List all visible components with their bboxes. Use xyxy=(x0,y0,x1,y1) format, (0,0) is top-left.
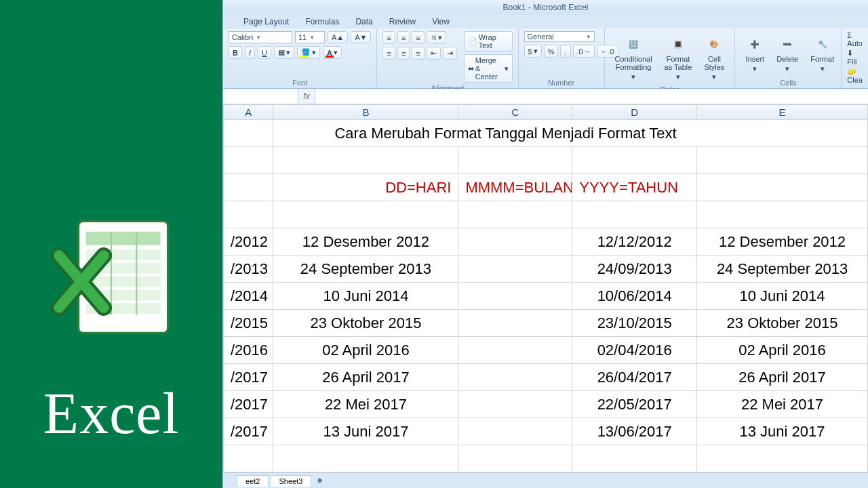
col-header-A[interactable]: A xyxy=(224,105,273,120)
cell[interactable]: 24 September 2013 xyxy=(697,256,868,283)
merge-center-button[interactable]: ⬌ Merge & Center ▾ xyxy=(464,54,513,83)
cell[interactable]: 02 April 2016 xyxy=(273,337,458,364)
currency-icon[interactable]: $▾ xyxy=(524,45,542,58)
cell[interactable] xyxy=(458,283,572,310)
align-center-icon[interactable]: ≡ xyxy=(397,47,410,60)
cell[interactable] xyxy=(458,337,572,364)
delete-button[interactable]: ➖Delete▾ xyxy=(772,31,803,76)
align-bottom-icon[interactable]: ≡ xyxy=(412,31,424,44)
cell[interactable]: 22 Mei 2017 xyxy=(697,391,868,418)
align-right-icon[interactable]: ≡ xyxy=(412,47,424,60)
align-middle-icon[interactable]: ≡ xyxy=(397,31,410,44)
decrease-font-icon[interactable]: A▼ xyxy=(351,31,371,43)
tab-review[interactable]: Review xyxy=(389,17,416,26)
font-color-button[interactable]: A▾ xyxy=(323,46,342,59)
increase-font-icon[interactable]: A▲ xyxy=(328,31,348,43)
table-title[interactable]: Cara Merubah Format Tanggal Menjadi Form… xyxy=(273,120,868,147)
percent-icon[interactable]: % xyxy=(544,45,559,58)
cell[interactable]: 13 Juni 2017 xyxy=(273,418,458,445)
number-format-select[interactable]: General▼ xyxy=(524,31,595,42)
cell[interactable]: 10/06/2014 xyxy=(572,283,697,310)
cell-styles-button[interactable]: 🎨 Cell Styles▾ xyxy=(699,31,729,84)
cell[interactable]: 26/04/2017 xyxy=(572,364,697,391)
cell[interactable]: 26 April 2017 xyxy=(697,364,868,391)
cell[interactable]: 12 Desember 2012 xyxy=(697,228,868,256)
cell[interactable] xyxy=(458,256,572,283)
cell[interactable]: 12 Desember 2012 xyxy=(273,228,458,256)
cell[interactable] xyxy=(458,310,572,337)
cell[interactable]: 23 Oktober 2015 xyxy=(273,310,458,337)
cell[interactable]: /2017 xyxy=(224,364,273,391)
decrease-indent-icon[interactable]: ⇤ xyxy=(427,47,441,60)
formula-input[interactable] xyxy=(315,89,868,104)
border-button[interactable]: ▦▾ xyxy=(274,46,294,59)
cell[interactable]: 23/10/2015 xyxy=(572,310,697,337)
cell[interactable]: 22 Mei 2017 xyxy=(273,391,458,418)
orientation-icon[interactable]: ⤭▾ xyxy=(427,31,446,44)
col-header-E[interactable]: E xyxy=(697,105,868,120)
cell[interactable]: /2014 xyxy=(224,283,273,310)
clear-button[interactable]: 🧽 Clea xyxy=(847,67,863,84)
fill-button[interactable]: ⬇ Fill xyxy=(847,49,863,66)
legend-dd[interactable]: DD=HARI xyxy=(273,174,458,201)
cell[interactable]: 26 April 2017 xyxy=(273,364,458,391)
underline-button[interactable]: U xyxy=(258,46,271,59)
increase-decimal-icon[interactable]: .0→ xyxy=(573,45,595,58)
legend-mmmm[interactable]: MMMM=BULAN xyxy=(458,174,572,201)
cell[interactable]: 23 Oktober 2015 xyxy=(697,310,868,337)
align-left-icon[interactable]: ≡ xyxy=(382,47,395,60)
cell[interactable] xyxy=(458,364,572,391)
cell[interactable]: /2017 xyxy=(224,418,273,445)
tab-page-layout[interactable]: Page Layout xyxy=(243,17,289,26)
cell[interactable]: 13 Juni 2017 xyxy=(697,418,868,445)
format-icon: 🔧 xyxy=(813,35,832,54)
cell[interactable]: 13/06/2017 xyxy=(572,418,697,445)
wrap-text-button[interactable]: 📄 Wrap Text xyxy=(464,31,513,52)
cell[interactable]: 12/12/2012 xyxy=(572,228,697,256)
italic-button[interactable]: I xyxy=(245,46,255,59)
tab-view[interactable]: View xyxy=(432,17,450,26)
cell[interactable]: 02 April 2016 xyxy=(697,337,868,364)
align-top-icon[interactable]: ≡ xyxy=(382,31,395,44)
cell[interactable]: 10 Juni 2014 xyxy=(273,283,458,310)
cell[interactable]: /2017 xyxy=(224,391,273,418)
cell[interactable]: 02/04/2016 xyxy=(572,337,697,364)
cell[interactable]: /2016 xyxy=(224,337,273,364)
cell[interactable]: 22/05/2017 xyxy=(572,391,697,418)
cell[interactable]: 10 Juni 2014 xyxy=(697,283,868,310)
comma-icon[interactable]: , xyxy=(560,45,570,58)
col-header-D[interactable]: D xyxy=(572,105,697,120)
new-sheet-icon[interactable]: ✸ xyxy=(317,476,323,485)
cell[interactable] xyxy=(458,418,572,445)
font-size-select[interactable]: 11▼ xyxy=(295,31,325,43)
format-as-table-button[interactable]: 🔳 Format as Table▾ xyxy=(660,31,697,84)
group-cells: ➕Insert▾ ➖Delete▾ 🔧Format▾ Cells xyxy=(735,28,842,88)
col-header-C[interactable]: C xyxy=(458,105,572,120)
conditional-formatting-button[interactable]: 🔢 Conditional Formatting▾ xyxy=(610,31,657,84)
cell[interactable]: /2015 xyxy=(224,310,273,337)
cell[interactable]: /2013 xyxy=(224,256,273,283)
spreadsheet-grid[interactable]: A B C D E Cara Merubah Format Tanggal Me… xyxy=(223,104,868,472)
sheet-tab-2[interactable]: eet2 xyxy=(237,475,269,487)
row-blank xyxy=(224,147,868,174)
cell[interactable]: 24/09/2013 xyxy=(572,256,697,283)
insert-button[interactable]: ➕Insert▾ xyxy=(741,31,769,76)
col-header-B[interactable]: B xyxy=(273,105,458,120)
autosum-button[interactable]: Σ Auto xyxy=(847,31,863,47)
increase-indent-icon[interactable]: ⇥ xyxy=(443,47,457,60)
fill-color-button[interactable]: 🪣▾ xyxy=(297,46,320,59)
fx-icon[interactable]: fx xyxy=(298,92,315,101)
name-box[interactable] xyxy=(223,89,298,104)
sheet-tab-3[interactable]: Sheet3 xyxy=(270,475,311,487)
delete-icon: ➖ xyxy=(778,35,797,54)
cell[interactable]: 24 September 2013 xyxy=(273,256,458,283)
cell[interactable]: /2012 xyxy=(224,228,273,256)
tab-formulas[interactable]: Formulas xyxy=(305,17,339,26)
font-family-select[interactable]: Calibri▼ xyxy=(229,31,292,43)
bold-button[interactable]: B xyxy=(229,46,242,59)
format-button[interactable]: 🔧Format▾ xyxy=(806,31,839,76)
cell[interactable] xyxy=(458,391,572,418)
tab-data[interactable]: Data xyxy=(355,17,372,26)
legend-yyyy[interactable]: YYYY=TAHUN xyxy=(572,174,697,201)
cell[interactable] xyxy=(458,228,572,256)
